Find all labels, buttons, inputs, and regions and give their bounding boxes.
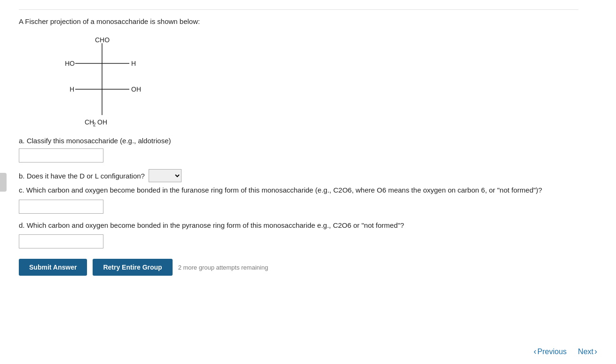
fischer-svg: CHO HO H H OH CH 2 OH — [56, 33, 141, 127]
question-b-row: b. Does it have the D or L configuration… — [19, 169, 578, 182]
question-c-input[interactable] — [19, 200, 103, 214]
question-a-input[interactable] — [19, 148, 103, 163]
left-tab — [0, 173, 7, 192]
svg-text:OH: OH — [97, 118, 107, 126]
question-b-select[interactable]: D L — [149, 169, 182, 182]
svg-text:H: H — [131, 60, 136, 67]
svg-text:HO: HO — [65, 60, 75, 67]
question-d-label: d. Which carbon and oxygen become bonded… — [19, 220, 578, 231]
button-row: Submit Answer Retry Entire Group 2 more … — [19, 259, 578, 276]
question-b-label: b. Does it have the D or L configuration… — [19, 172, 145, 180]
chevron-left-icon: ‹ — [534, 347, 537, 356]
question-a-label: a. Classify this monosaccharide (e.g., a… — [19, 137, 578, 145]
svg-text:OH: OH — [131, 85, 141, 93]
fischer-projection: CHO HO H H OH CH 2 OH — [56, 33, 578, 128]
question-d-input[interactable] — [19, 234, 103, 248]
next-button[interactable]: Next › — [573, 344, 602, 359]
intro-text: A Fischer projection of a monosaccharide… — [19, 17, 578, 25]
svg-text:H: H — [70, 85, 74, 93]
previous-label: Previous — [537, 348, 567, 356]
svg-text:CHO: CHO — [95, 36, 110, 44]
retry-entire-group-button[interactable]: Retry Entire Group — [93, 259, 172, 276]
attempts-remaining-text: 2 more group attempts remaining — [178, 264, 268, 271]
chevron-right-icon: › — [594, 347, 597, 356]
bottom-navigation: ‹ Previous Next › — [529, 344, 602, 359]
svg-text:2: 2 — [93, 122, 96, 127]
submit-answer-button[interactable]: Submit Answer — [19, 259, 87, 276]
previous-button[interactable]: ‹ Previous — [529, 344, 571, 359]
question-c-label: c. Which carbon and oxygen become bonded… — [19, 185, 578, 196]
next-label: Next — [578, 348, 593, 356]
